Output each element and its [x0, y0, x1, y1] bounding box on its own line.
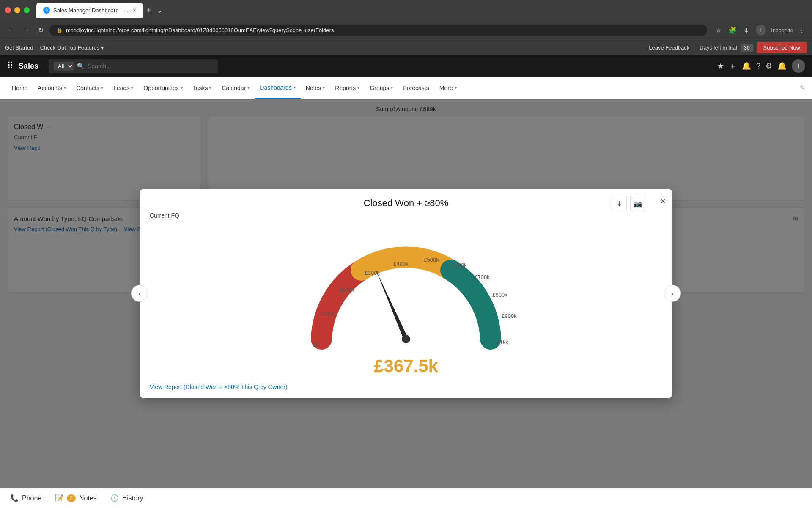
maximize-button[interactable]: [24, 7, 30, 13]
extensions-icon[interactable]: 🧩: [727, 25, 738, 36]
nav-notes[interactable]: Notes ▾: [301, 77, 330, 99]
toolbar-icons: ☆ 🧩 ⬇ I Incognito ⋮: [714, 23, 807, 37]
modal-prev-button[interactable]: ‹: [131, 285, 148, 302]
notifications-bell-icon[interactable]: 🔔: [777, 61, 787, 71]
more-options-icon[interactable]: ⋮: [797, 25, 807, 36]
notifications-icon[interactable]: 🔔: [742, 61, 751, 71]
nav-contacts[interactable]: Contacts ▾: [71, 77, 108, 99]
nav-leads[interactable]: Leads ▾: [108, 77, 138, 99]
download-button[interactable]: ⬇: [612, 196, 627, 211]
modal-next-button[interactable]: ›: [664, 285, 681, 302]
dashboards-chevron-icon: ▾: [294, 85, 296, 90]
contacts-chevron-icon: ▾: [101, 86, 103, 90]
app-name[interactable]: Sales: [19, 62, 38, 71]
search-scope-select[interactable]: All: [54, 62, 74, 71]
lock-icon: 🔒: [56, 27, 63, 33]
gauge-label-500k: £500k: [424, 257, 439, 263]
gauge-label-400k: £400k: [393, 261, 409, 267]
search-icon: 🔍: [77, 63, 84, 69]
back-button[interactable]: ←: [5, 25, 17, 36]
new-tab-button[interactable]: +: [146, 6, 151, 15]
search-input[interactable]: [88, 63, 213, 69]
nav-tasks-label: Tasks: [193, 85, 208, 91]
nav-leads-label: Leads: [113, 85, 129, 91]
gauge-label-600k: £600k: [452, 262, 467, 268]
close-button[interactable]: [5, 7, 11, 13]
nav-calendar[interactable]: Calendar ▾: [217, 77, 255, 99]
gauge-center-circle: [402, 335, 410, 343]
bottom-bar: 📞 Phone 📝 2 Notes 🕐 History: [0, 488, 812, 508]
sf-navigation: Home Accounts ▾ Contacts ▾ Leads ▾ Oppor…: [0, 77, 812, 99]
chevron-left-icon: ‹: [138, 289, 141, 298]
browser-toolbar: ← → ↻ 🔒 moodjoyinc.lightning.force.com/l…: [0, 20, 812, 40]
profile-icon[interactable]: I: [754, 23, 768, 37]
salesforce-app: ⠿ Sales All 🔍 ★ ＋ 🔔 ? ⚙ 🔔 I Home Account…: [0, 55, 812, 488]
modal-subtitle: Current FQ: [150, 212, 662, 219]
app-launcher-icon[interactable]: ⠿: [7, 61, 14, 72]
history-item[interactable]: 🕐 History: [110, 494, 143, 502]
nav-home[interactable]: Home: [7, 77, 33, 99]
minimize-button[interactable]: [14, 7, 20, 13]
more-chevron-icon: ▾: [455, 86, 457, 90]
leave-feedback-link[interactable]: Leave Feedback: [649, 44, 689, 51]
nav-opportunities-label: Opportunities: [143, 85, 178, 91]
user-avatar[interactable]: I: [792, 59, 805, 73]
help-icon[interactable]: ?: [756, 62, 760, 71]
gauge-svg: £0 £100k £200k £300k £400k £500k: [288, 229, 524, 364]
active-tab[interactable]: S Sales Manager Dashboard | Sal ×: [36, 3, 143, 18]
downloads-icon[interactable]: ⬇: [742, 25, 751, 36]
camera-button[interactable]: 📷: [630, 196, 645, 211]
notes-label: Notes: [79, 494, 97, 502]
bookmark-star-icon[interactable]: ☆: [714, 25, 723, 36]
address-bar[interactable]: 🔒 moodjoyinc.lightning.force.com/lightni…: [49, 25, 707, 36]
phone-item[interactable]: 📞 Phone: [10, 494, 41, 502]
nav-edit-icon[interactable]: ✎: [800, 84, 805, 92]
refresh-button[interactable]: ↻: [36, 25, 46, 36]
calendar-chevron-icon: ▾: [247, 86, 250, 90]
trial-info: Leave Feedback Days left in trial 30 Sub…: [649, 42, 807, 53]
nav-more[interactable]: More ▾: [434, 77, 462, 99]
gauge-label-300k: £300k: [365, 270, 380, 276]
modal-body: Current FQ: [140, 209, 672, 398]
nav-forecasts[interactable]: Forecasts: [398, 77, 434, 99]
nav-reports[interactable]: Reports ▾: [330, 77, 365, 99]
top-features-link[interactable]: Check Out Top Features ▾: [40, 44, 104, 51]
gauge-label-200k: £200k: [339, 287, 354, 293]
gauge-label-1k: £1kk: [497, 339, 508, 345]
title-bar: S Sales Manager Dashboard | Sal × + ⌄: [0, 0, 812, 20]
reports-chevron-icon: ▾: [357, 86, 359, 90]
modal-header: Closed Won + ≥80%: [140, 189, 672, 209]
favorites-icon[interactable]: ★: [717, 61, 724, 71]
setup-icon[interactable]: ⚙: [765, 61, 772, 71]
notes-icon: 📝: [55, 494, 63, 502]
camera-icon: 📷: [634, 200, 642, 208]
nav-tasks[interactable]: Tasks ▾: [188, 77, 217, 99]
nav-dashboards[interactable]: Dashboards ▾: [255, 77, 301, 99]
address-text: moodjoyinc.lightning.force.com/lightning…: [66, 27, 334, 33]
global-search-bar[interactable]: All 🔍: [49, 59, 218, 73]
nav-accounts[interactable]: Accounts ▾: [33, 77, 71, 99]
view-report-container: View Report (Closed Won + ≥80% This Q by…: [150, 383, 662, 391]
modal-view-report-link[interactable]: View Report (Closed Won + ≥80% This Q by…: [150, 384, 288, 390]
nav-opportunities[interactable]: Opportunities ▾: [138, 77, 187, 99]
notes-item[interactable]: 📝 2 Notes: [55, 494, 96, 502]
forward-button[interactable]: →: [20, 25, 32, 36]
modal-close-button[interactable]: ×: [660, 196, 666, 207]
header-actions: ★ ＋ 🔔 ? ⚙ 🔔 I: [717, 59, 805, 73]
modal-overlay[interactable]: × ⬇ 📷 ‹ › Closed: [0, 99, 812, 488]
tab-close-icon[interactable]: ×: [133, 7, 136, 14]
get-started-link[interactable]: Get Started: [5, 44, 33, 51]
modal-actions: ⬇ 📷: [612, 196, 645, 211]
leads-chevron-icon: ▾: [131, 86, 133, 90]
window-controls: [5, 7, 30, 13]
nav-groups[interactable]: Groups ▾: [365, 77, 398, 99]
tasks-chevron-icon: ▾: [209, 86, 211, 90]
subscribe-button[interactable]: Subscribe Now: [757, 42, 807, 53]
gauge-needle: [376, 269, 408, 340]
tab-title: Sales Manager Dashboard | Sal: [53, 7, 129, 14]
bookmarks-bar: Get Started Check Out Top Features ▾ Lea…: [0, 40, 812, 55]
notes-chevron-icon: ▾: [323, 86, 325, 90]
more-tabs-icon[interactable]: ⌄: [151, 6, 168, 15]
history-icon: 🕐: [110, 494, 119, 502]
add-icon[interactable]: ＋: [729, 61, 737, 71]
